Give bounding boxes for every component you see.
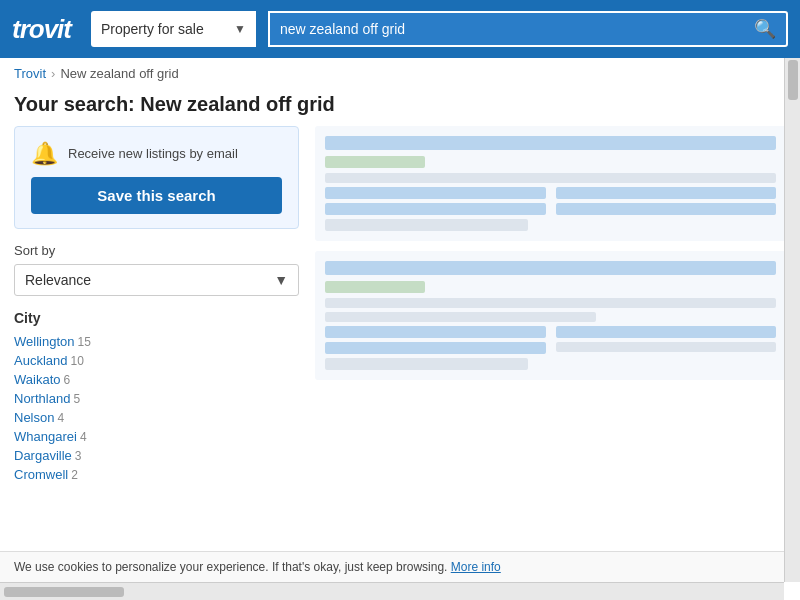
- city-filter-link[interactable]: Nelson: [14, 410, 54, 425]
- list-item: Waikato6: [14, 370, 299, 389]
- skeleton-tag-4: [556, 342, 777, 352]
- skeleton-tag-1: [325, 326, 546, 338]
- skeleton-tag-2: [556, 326, 777, 338]
- email-alert-box: 🔔 Receive new listings by email Save thi…: [14, 126, 299, 229]
- skeleton-title: [325, 136, 776, 150]
- scrollbar-thumb[interactable]: [788, 60, 798, 100]
- cookie-text: We use cookies to personalize your exper…: [14, 560, 447, 574]
- search-button[interactable]: 🔍: [744, 18, 786, 40]
- city-count: 2: [71, 468, 78, 482]
- sort-value: Relevance: [25, 272, 91, 288]
- skeleton-tag-4: [556, 203, 777, 215]
- skeleton-row-1: [325, 326, 776, 338]
- skeleton-price: [325, 156, 425, 168]
- skeleton-row-2: [325, 342, 776, 354]
- skeleton-desc-1: [325, 173, 776, 183]
- city-list: Wellington15Auckland10Waikato6Northland5…: [14, 332, 299, 484]
- skeleton-tag-3: [325, 203, 546, 215]
- skeleton-price: [325, 281, 425, 293]
- city-count: 10: [70, 354, 83, 368]
- search-input[interactable]: [270, 21, 744, 37]
- skeleton-footer: [325, 358, 528, 370]
- sort-label: Sort by: [14, 243, 299, 258]
- list-item: Whangarei4: [14, 427, 299, 446]
- cookie-more-info-link[interactable]: More info: [451, 560, 501, 574]
- list-item: Cromwell2: [14, 465, 299, 484]
- city-filter-link[interactable]: Cromwell: [14, 467, 68, 482]
- header: trovit Property for sale ▼ 🔍: [0, 0, 800, 58]
- skeleton-footer: [325, 219, 528, 231]
- skeleton-row-1: [325, 187, 776, 199]
- listing-card: [315, 251, 786, 380]
- city-count: 5: [73, 392, 80, 406]
- city-count: 4: [80, 430, 87, 444]
- main-layout: 🔔 Receive new listings by email Save thi…: [0, 126, 800, 556]
- skeleton-tag-2: [556, 187, 777, 199]
- cookie-banner: We use cookies to personalize your exper…: [0, 551, 784, 582]
- city-count: 3: [75, 449, 82, 463]
- city-filter-link[interactable]: Auckland: [14, 353, 67, 368]
- sort-chevron-icon: ▼: [274, 272, 288, 288]
- search-input-wrapper: 🔍: [268, 11, 788, 47]
- city-filter-link[interactable]: Dargaville: [14, 448, 72, 463]
- list-item: Nelson4: [14, 408, 299, 427]
- sort-section: Sort by Relevance ▼: [14, 243, 299, 296]
- skeleton-title: [325, 261, 776, 275]
- city-filter-link[interactable]: Whangarei: [14, 429, 77, 444]
- sidebar: 🔔 Receive new listings by email Save thi…: [14, 126, 299, 556]
- list-item: Auckland10: [14, 351, 299, 370]
- logo[interactable]: trovit: [12, 14, 71, 45]
- city-filter-label: City: [14, 310, 299, 326]
- city-filter-link[interactable]: Wellington: [14, 334, 74, 349]
- skeleton-tag-3: [325, 342, 546, 354]
- breadcrumb: Trovit › New zealand off grid: [0, 58, 800, 89]
- skeleton-desc-2: [325, 312, 596, 322]
- search-icon: 🔍: [754, 19, 776, 39]
- breadcrumb-current: New zealand off grid: [60, 66, 178, 81]
- search-type-dropdown[interactable]: Property for sale ▼: [91, 11, 256, 47]
- page-title: Your search: New zealand off grid: [0, 89, 800, 126]
- skeleton-tag-1: [325, 187, 546, 199]
- breadcrumb-separator: ›: [51, 66, 55, 81]
- save-search-button[interactable]: Save this search: [31, 177, 282, 214]
- sort-dropdown[interactable]: Relevance ▼: [14, 264, 299, 296]
- list-item: Dargaville3: [14, 446, 299, 465]
- bottom-scrollbar-thumb[interactable]: [4, 587, 124, 597]
- skeleton-desc-1: [325, 298, 776, 308]
- bell-icon: 🔔: [31, 141, 58, 167]
- city-filter-link[interactable]: Waikato: [14, 372, 60, 387]
- list-item: Wellington15: [14, 332, 299, 351]
- chevron-down-icon: ▼: [234, 22, 246, 36]
- email-alert-row: 🔔 Receive new listings by email: [31, 141, 238, 167]
- breadcrumb-home-link[interactable]: Trovit: [14, 66, 46, 81]
- city-section: City Wellington15Auckland10Waikato6North…: [14, 310, 299, 484]
- city-count: 4: [57, 411, 64, 425]
- city-count: 6: [63, 373, 70, 387]
- scrollbar-area[interactable]: [784, 58, 800, 582]
- listing-card: [315, 126, 786, 241]
- search-type-label: Property for sale: [101, 21, 204, 37]
- results-area: [315, 126, 786, 556]
- email-alert-text: Receive new listings by email: [68, 145, 238, 163]
- city-filter-link[interactable]: Northland: [14, 391, 70, 406]
- list-item: Northland5: [14, 389, 299, 408]
- city-count: 15: [77, 335, 90, 349]
- bottom-scrollbar[interactable]: [0, 582, 784, 600]
- skeleton-row-2: [325, 203, 776, 215]
